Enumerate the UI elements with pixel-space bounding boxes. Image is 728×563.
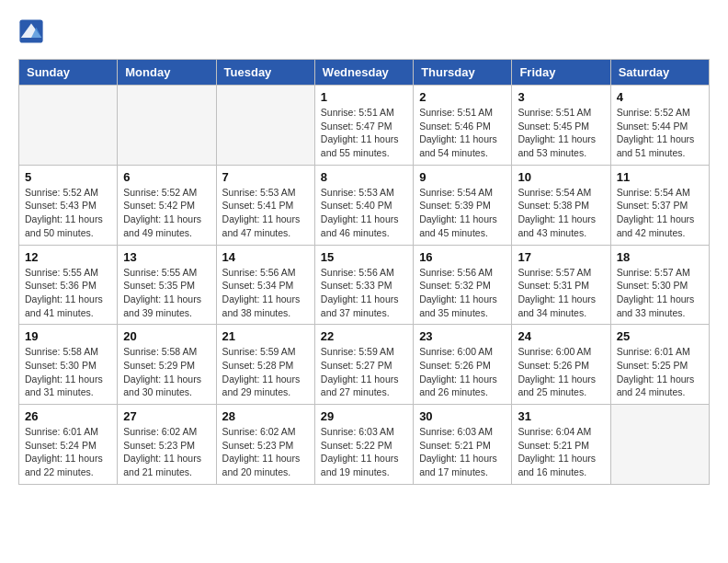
calendar-cell	[118, 86, 216, 166]
day-info: Sunrise: 5:57 AM Sunset: 5:31 PM Dayligh…	[518, 266, 604, 320]
weekday-header-wednesday: Wednesday	[314, 60, 413, 86]
calendar-cell: 18Sunrise: 5:57 AM Sunset: 5:30 PM Dayli…	[610, 245, 709, 325]
calendar-cell: 1Sunrise: 5:51 AM Sunset: 5:47 PM Daylig…	[314, 86, 413, 166]
day-number: 24	[518, 329, 604, 343]
day-info: Sunrise: 5:51 AM Sunset: 5:45 PM Dayligh…	[518, 106, 604, 160]
day-number: 7	[222, 170, 309, 184]
day-info: Sunrise: 5:59 AM Sunset: 5:28 PM Dayligh…	[222, 345, 309, 399]
day-number: 23	[419, 329, 506, 343]
calendar-week-4: 19Sunrise: 5:58 AM Sunset: 5:30 PM Dayli…	[19, 325, 710, 405]
day-info: Sunrise: 6:02 AM Sunset: 5:23 PM Dayligh…	[123, 425, 210, 479]
calendar-week-5: 26Sunrise: 6:01 AM Sunset: 5:24 PM Dayli…	[19, 405, 710, 485]
logo	[18, 18, 48, 44]
day-number: 3	[518, 90, 604, 104]
day-number: 26	[25, 409, 111, 423]
day-info: Sunrise: 5:59 AM Sunset: 5:27 PM Dayligh…	[321, 345, 407, 399]
day-info: Sunrise: 5:56 AM Sunset: 5:34 PM Dayligh…	[222, 266, 309, 320]
logo-icon	[18, 18, 44, 44]
day-info: Sunrise: 5:52 AM Sunset: 5:42 PM Dayligh…	[123, 186, 210, 240]
calendar-cell: 16Sunrise: 5:56 AM Sunset: 5:32 PM Dayli…	[414, 245, 512, 325]
calendar-cell: 12Sunrise: 5:55 AM Sunset: 5:36 PM Dayli…	[19, 245, 118, 325]
day-number: 9	[419, 170, 506, 184]
day-info: Sunrise: 5:54 AM Sunset: 5:39 PM Dayligh…	[419, 186, 506, 240]
day-number: 4	[617, 90, 703, 104]
day-number: 15	[321, 250, 407, 264]
day-info: Sunrise: 5:55 AM Sunset: 5:35 PM Dayligh…	[123, 266, 210, 320]
calendar-cell	[19, 86, 118, 166]
day-number: 16	[419, 250, 506, 264]
day-number: 2	[419, 90, 506, 104]
calendar-cell: 21Sunrise: 5:59 AM Sunset: 5:28 PM Dayli…	[216, 325, 314, 405]
calendar-cell: 10Sunrise: 5:54 AM Sunset: 5:38 PM Dayli…	[512, 165, 610, 245]
day-number: 12	[25, 250, 111, 264]
day-number: 29	[321, 409, 407, 423]
calendar-cell: 23Sunrise: 6:00 AM Sunset: 5:26 PM Dayli…	[414, 325, 512, 405]
calendar-cell: 22Sunrise: 5:59 AM Sunset: 5:27 PM Dayli…	[314, 325, 413, 405]
day-number: 10	[518, 170, 604, 184]
day-number: 20	[123, 329, 210, 343]
day-info: Sunrise: 5:51 AM Sunset: 5:46 PM Dayligh…	[419, 106, 506, 160]
calendar-cell: 30Sunrise: 6:03 AM Sunset: 5:21 PM Dayli…	[414, 405, 512, 485]
day-info: Sunrise: 5:56 AM Sunset: 5:32 PM Dayligh…	[419, 266, 506, 320]
day-info: Sunrise: 5:58 AM Sunset: 5:30 PM Dayligh…	[25, 345, 111, 399]
calendar-cell: 15Sunrise: 5:56 AM Sunset: 5:33 PM Dayli…	[314, 245, 413, 325]
calendar-cell: 3Sunrise: 5:51 AM Sunset: 5:45 PM Daylig…	[512, 86, 610, 166]
calendar-week-1: 1Sunrise: 5:51 AM Sunset: 5:47 PM Daylig…	[19, 86, 710, 166]
day-info: Sunrise: 5:53 AM Sunset: 5:40 PM Dayligh…	[321, 186, 407, 240]
calendar-cell: 28Sunrise: 6:02 AM Sunset: 5:23 PM Dayli…	[216, 405, 314, 485]
day-info: Sunrise: 6:04 AM Sunset: 5:21 PM Dayligh…	[518, 425, 604, 479]
day-number: 30	[419, 409, 506, 423]
day-number: 11	[617, 170, 703, 184]
calendar-week-2: 5Sunrise: 5:52 AM Sunset: 5:43 PM Daylig…	[19, 165, 710, 245]
calendar-cell: 7Sunrise: 5:53 AM Sunset: 5:41 PM Daylig…	[216, 165, 314, 245]
weekday-header-sunday: Sunday	[19, 60, 118, 86]
day-number: 31	[518, 409, 604, 423]
day-info: Sunrise: 6:00 AM Sunset: 5:26 PM Dayligh…	[518, 345, 604, 399]
calendar-cell: 26Sunrise: 6:01 AM Sunset: 5:24 PM Dayli…	[19, 405, 118, 485]
day-number: 14	[222, 250, 309, 264]
calendar-cell: 20Sunrise: 5:58 AM Sunset: 5:29 PM Dayli…	[118, 325, 216, 405]
calendar-cell: 24Sunrise: 6:00 AM Sunset: 5:26 PM Dayli…	[512, 325, 610, 405]
weekday-header-thursday: Thursday	[414, 60, 512, 86]
weekday-header-tuesday: Tuesday	[216, 60, 314, 86]
day-number: 19	[25, 329, 111, 343]
calendar-cell	[216, 86, 314, 166]
day-info: Sunrise: 5:54 AM Sunset: 5:38 PM Dayligh…	[518, 186, 604, 240]
day-info: Sunrise: 5:51 AM Sunset: 5:47 PM Dayligh…	[321, 106, 407, 160]
day-number: 1	[321, 90, 407, 104]
day-number: 17	[518, 250, 604, 264]
day-number: 28	[222, 409, 309, 423]
day-info: Sunrise: 6:00 AM Sunset: 5:26 PM Dayligh…	[419, 345, 506, 399]
day-number: 25	[617, 329, 703, 343]
calendar-cell: 14Sunrise: 5:56 AM Sunset: 5:34 PM Dayli…	[216, 245, 314, 325]
calendar-cell: 6Sunrise: 5:52 AM Sunset: 5:42 PM Daylig…	[118, 165, 216, 245]
weekday-header-monday: Monday	[118, 60, 216, 86]
day-info: Sunrise: 6:01 AM Sunset: 5:24 PM Dayligh…	[25, 425, 111, 479]
calendar-cell: 4Sunrise: 5:52 AM Sunset: 5:44 PM Daylig…	[610, 86, 709, 166]
calendar-cell: 5Sunrise: 5:52 AM Sunset: 5:43 PM Daylig…	[19, 165, 118, 245]
weekday-header-saturday: Saturday	[610, 60, 709, 86]
day-number: 22	[321, 329, 407, 343]
day-number: 27	[123, 409, 210, 423]
calendar-cell: 8Sunrise: 5:53 AM Sunset: 5:40 PM Daylig…	[314, 165, 413, 245]
calendar-cell: 9Sunrise: 5:54 AM Sunset: 5:39 PM Daylig…	[414, 165, 512, 245]
page-header	[18, 18, 710, 44]
day-number: 8	[321, 170, 407, 184]
day-info: Sunrise: 5:54 AM Sunset: 5:37 PM Dayligh…	[617, 186, 703, 240]
calendar-cell: 17Sunrise: 5:57 AM Sunset: 5:31 PM Dayli…	[512, 245, 610, 325]
day-info: Sunrise: 6:03 AM Sunset: 5:21 PM Dayligh…	[419, 425, 506, 479]
day-info: Sunrise: 5:52 AM Sunset: 5:43 PM Dayligh…	[25, 186, 111, 240]
calendar-cell: 31Sunrise: 6:04 AM Sunset: 5:21 PM Dayli…	[512, 405, 610, 485]
day-info: Sunrise: 5:58 AM Sunset: 5:29 PM Dayligh…	[123, 345, 210, 399]
day-number: 21	[222, 329, 309, 343]
day-info: Sunrise: 5:53 AM Sunset: 5:41 PM Dayligh…	[222, 186, 309, 240]
calendar-cell: 13Sunrise: 5:55 AM Sunset: 5:35 PM Dayli…	[118, 245, 216, 325]
day-number: 18	[617, 250, 703, 264]
day-info: Sunrise: 5:57 AM Sunset: 5:30 PM Dayligh…	[617, 266, 703, 320]
calendar-cell: 29Sunrise: 6:03 AM Sunset: 5:22 PM Dayli…	[314, 405, 413, 485]
day-info: Sunrise: 6:01 AM Sunset: 5:25 PM Dayligh…	[617, 345, 703, 399]
day-info: Sunrise: 5:55 AM Sunset: 5:36 PM Dayligh…	[25, 266, 111, 320]
calendar-cell: 19Sunrise: 5:58 AM Sunset: 5:30 PM Dayli…	[19, 325, 118, 405]
day-number: 13	[123, 250, 210, 264]
calendar-table: SundayMondayTuesdayWednesdayThursdayFrid…	[18, 59, 710, 485]
